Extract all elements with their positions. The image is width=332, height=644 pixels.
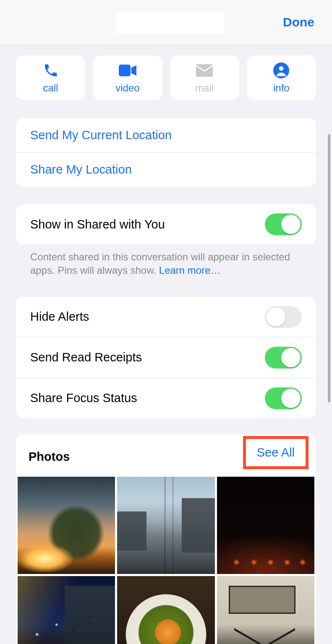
read-receipts-label: Send Read Receipts: [30, 351, 142, 364]
focus-status-toggle[interactable]: [265, 387, 302, 409]
svg-point-3: [279, 66, 284, 70]
share-focus-status-row: Share Focus Status: [16, 378, 316, 418]
learn-more-link[interactable]: Learn more…: [159, 265, 221, 276]
shared-with-you-toggle[interactable]: [265, 213, 302, 235]
shared-with-you-group: Show in Shared with You: [16, 204, 316, 244]
photos-title: Photos: [29, 450, 70, 464]
conversation-settings-group: Hide Alerts Send Read Receipts Share Foc…: [16, 297, 316, 418]
video-icon: [119, 62, 136, 79]
photo-thumbnail[interactable]: [217, 477, 314, 574]
hide-alerts-row: Hide Alerts: [16, 297, 316, 337]
video-button[interactable]: video: [93, 55, 162, 100]
phone-icon: [43, 62, 59, 79]
see-all-highlight: See All: [243, 436, 308, 469]
shared-with-you-footnote: Content shared in this conversation will…: [16, 244, 316, 278]
contact-name-redacted: [116, 13, 224, 34]
svg-rect-0: [119, 65, 131, 76]
send-current-location-label: Send My Current Location: [30, 128, 172, 142]
photo-thumbnail[interactable]: [217, 576, 314, 644]
send-read-receipts-row: Send Read Receipts: [16, 337, 316, 378]
photo-thumbnail[interactable]: [18, 477, 115, 574]
photo-thumbnail[interactable]: [117, 477, 214, 574]
focus-status-label: Share Focus Status: [30, 391, 137, 405]
photo-thumbnail[interactable]: [117, 576, 214, 644]
video-label: video: [115, 82, 139, 94]
modal-header: Done: [0, 0, 332, 44]
done-button[interactable]: Done: [283, 15, 314, 29]
share-my-location-label: Share My Location: [30, 163, 132, 177]
shared-with-you-label: Show in Shared with You: [30, 218, 165, 231]
photos-section: Photos See All: [16, 434, 316, 644]
read-receipts-toggle[interactable]: [265, 347, 302, 369]
photo-thumbnail[interactable]: [18, 576, 115, 644]
hide-alerts-label: Hide Alerts: [30, 310, 89, 324]
call-label: call: [43, 82, 58, 94]
mail-label: mail: [195, 82, 214, 94]
photo-grid: [16, 477, 316, 644]
svg-rect-1: [196, 64, 213, 77]
see-all-button[interactable]: See All: [257, 446, 295, 460]
share-my-location[interactable]: Share My Location: [16, 152, 316, 187]
mail-button: mail: [170, 55, 239, 100]
hide-alerts-toggle[interactable]: [265, 306, 302, 328]
scrollbar[interactable]: [328, 134, 330, 402]
info-label: info: [273, 82, 290, 94]
info-button[interactable]: info: [247, 55, 316, 100]
show-in-shared-with-you-row: Show in Shared with You: [16, 204, 316, 244]
call-button[interactable]: call: [16, 55, 85, 100]
mail-icon: [196, 62, 213, 79]
location-group: Send My Current Location Share My Locati…: [16, 118, 316, 187]
send-current-location[interactable]: Send My Current Location: [16, 118, 316, 152]
person-circle-icon: [273, 62, 289, 79]
contact-actions-row: call video mail info: [16, 55, 316, 100]
